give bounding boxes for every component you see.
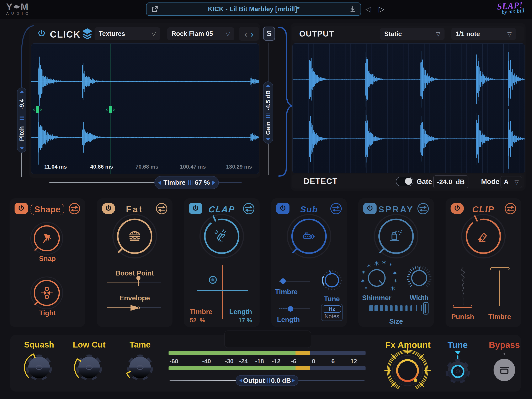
meter-tick-label: -60 [170,358,178,365]
pitch-up-arrow-icon[interactable] [20,90,24,93]
size-handle[interactable] [423,302,429,314]
timbre-label: Timbre [163,179,185,186]
width-label: Width [401,294,438,302]
preset-name[interactable]: KICK - Lil Bit Marbley [mrbill]* [158,5,349,13]
module-spray: SPRAY ✶ ✶ ✶ ✶ [358,198,434,327]
pitch-down-arrow-icon[interactable] [20,147,24,150]
tight-knob[interactable] [29,275,64,311]
sparkle-icon: ✶ [361,270,365,275]
bypass-button[interactable] [494,359,515,381]
timbre-track-right[interactable] [219,182,242,183]
size-label: Size [358,317,434,325]
size-slider[interactable] [358,305,434,312]
xy-cursor[interactable] [209,276,217,284]
sub-amount-knob[interactable] [285,212,333,260]
texture-category-dropdown[interactable]: Textures▽ [95,27,160,40]
shimmer-knob[interactable] [364,265,389,290]
preset-bar[interactable]: KICK - Lil Bit Marbley [mrbill]* [146,2,361,16]
notes-option[interactable]: Notes [323,313,341,320]
punish-handle[interactable] [453,305,472,308]
gain-slider-track-bottom[interactable] [268,144,268,175]
output-title: OUTPUT [299,30,334,38]
squash-label: Squash [20,340,58,349]
output-style-dropdown[interactable]: Static▽ [380,28,444,40]
share-icon[interactable] [151,5,158,13]
sample-prev-button[interactable]: ‹ [244,30,247,38]
click-timbre-slider[interactable]: Timbre 67 % [154,176,219,189]
output-slider-value: 0.0 dB [271,377,291,385]
dropdown-arrow-icon: ▽ [436,31,440,37]
fx-amount-knob[interactable] [381,345,433,397]
module-clap: CLAP Timbre 52 % Length 17 % [184,198,260,327]
power-icon-click[interactable] [37,29,47,39]
tame-knob[interactable] [123,351,157,384]
output-rate-dropdown[interactable]: 1/1 note▽ [451,28,516,40]
preset-prev-button[interactable]: ◁ [365,4,371,14]
preset-next-button[interactable]: ▷ [379,4,385,14]
width-knob[interactable] [406,264,433,291]
mode-dropdown[interactable]: A ▽ [500,176,522,188]
pitch-slider[interactable]: -9.4 Pitch [17,87,26,153]
logo-letter: M [21,2,29,12]
timbre-right-arrow-icon[interactable] [212,180,215,185]
meter-scale: -60-40-30-24-18-12-60612 [169,358,366,365]
sparkle-icon: ✶ [381,259,387,266]
start-marker-handle[interactable]: ‹› [33,106,42,113]
hz-option[interactable]: Hz [323,305,341,313]
pitch-grip[interactable] [19,116,24,120]
clap-amount-knob[interactable] [198,212,246,260]
gain-slider[interactable]: -4.5 dB Gain [263,81,273,144]
logo-subtitle: AUDIO [6,12,31,16]
squash-knob[interactable] [22,351,56,384]
sample-dropdown[interactable]: Rock Flam 05▽ [167,27,234,40]
sub-tune-knob[interactable] [320,269,343,292]
hz-notes-toggle[interactable]: Hz Notes [321,304,343,321]
sample-next-button[interactable]: › [250,30,253,38]
burger-icon [130,232,139,240]
output-left-arrow-icon[interactable] [239,378,242,383]
module-fat: Fat Boost Point Envelope [97,198,172,327]
clip-amount-knob[interactable] [459,212,507,260]
gain-up-arrow-icon[interactable] [266,84,270,87]
timbre-grip[interactable] [188,180,192,185]
layers-icon[interactable] [82,28,92,39]
timbre-left-arrow-icon[interactable] [158,180,161,185]
spray-amount-knob[interactable] [372,212,420,260]
pitch-label: Pitch [18,126,25,141]
module-shape: Shape Snap Tight [10,198,85,327]
output-right-arrow-icon[interactable] [292,378,295,383]
gate-toggle[interactable] [396,177,413,186]
bottom-tab-handle[interactable] [224,331,311,348]
fat-amount-knob[interactable] [111,212,158,260]
output-track-right[interactable] [298,380,365,381]
module-sub: Sub Timbre Length Tune [271,198,347,327]
punish-slider[interactable] [454,267,473,307]
end-marker-handle[interactable]: ‹› [106,106,115,113]
download-icon[interactable] [349,5,356,13]
swap-icon-shape[interactable] [68,203,81,215]
output-gain-slider[interactable]: Output 0.0 dB [236,375,298,386]
lowcut-knob[interactable] [73,351,106,384]
xy-y-axis [197,290,248,291]
punish-label: Punish [446,313,480,321]
sparkle-icon: ✶ [360,277,365,284]
sub-length-label: Length [277,316,300,324]
gain-grip[interactable] [266,114,270,118]
sub-length-handle[interactable] [288,306,293,312]
click-solo-button[interactable]: S [263,27,275,41]
snap-knob[interactable] [29,221,64,256]
pitch-slider-track[interactable] [21,153,22,177]
output-grip[interactable] [266,378,270,383]
gain-down-arrow-icon[interactable] [266,138,270,141]
slap-brand-logo: SLAP! by mr. bill [496,0,525,16]
timbre-track-left[interactable] [49,182,155,183]
output-track-left[interactable] [170,380,236,381]
master-tune-knob[interactable] [442,356,473,387]
clip-timbre-handle[interactable] [490,267,510,270]
clip-timbre-line[interactable] [499,270,500,306]
gain-slider-track-top[interactable] [268,43,268,81]
gate-threshold-field[interactable]: -24.0 dB [433,175,469,188]
click-waveform-display[interactable]: ‹› ‹› 11.04 ms 40.86 ms 70.68 ms 100.47 … [31,43,259,174]
envelope-handle[interactable] [130,305,140,311]
sub-timbre-handle[interactable] [280,278,286,284]
